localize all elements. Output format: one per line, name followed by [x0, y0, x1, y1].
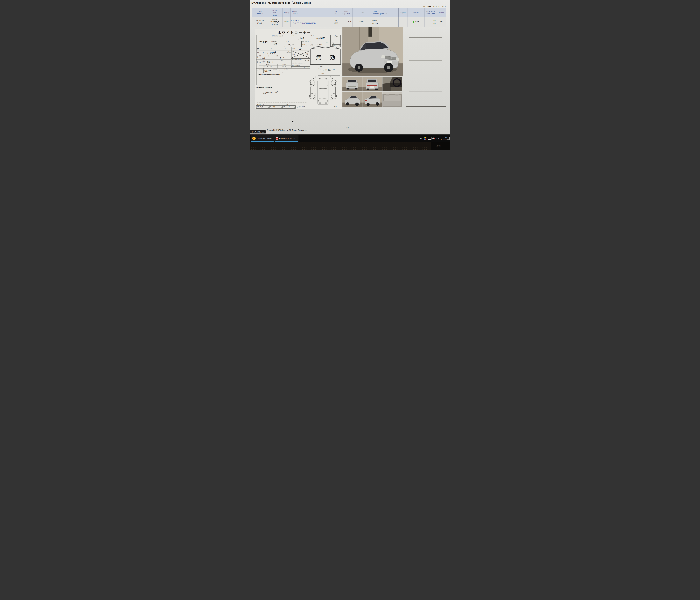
- sheet-no-box: No. 70236: [256, 35, 270, 47]
- first-reg-label: 初度登録年月: [272, 41, 277, 43]
- length-label: 長さ: [257, 106, 259, 107]
- cell-year: 2004: [283, 17, 291, 27]
- ac-box: 冷房 AC: [291, 51, 310, 58]
- keep-note: 取扱説明書と一緒に保管して下さい: [292, 63, 305, 64]
- length-value: 436: [260, 106, 263, 108]
- serial-row: シリアルNo.: [318, 72, 340, 75]
- tray-chevron-button[interactable]: [420, 135, 422, 142]
- equip-pw: PW: [333, 45, 340, 47]
- volume-muted-icon: [432, 137, 435, 140]
- color-no-value: KY0: [280, 56, 284, 59]
- tray-action-center-button[interactable]: [447, 135, 450, 142]
- col-scores: Scores: [437, 8, 446, 17]
- taskbar-app-1c[interactable]: 1С ООО Азия / Берез...: [251, 135, 274, 142]
- dims-note: ←(車検証上の寸法): [296, 106, 305, 109]
- void-stamp-box: 無 効: [310, 49, 341, 65]
- cell-prices: 156 60: [424, 17, 437, 27]
- col-import: Import: [399, 8, 408, 17]
- height-label: 高さ: [283, 106, 285, 107]
- bezel-corner: intel: [431, 142, 450, 150]
- sheet-row-history: 車歴（自家用以外は記入） 排気量 1500 型 式 UA-FB15: [271, 35, 330, 41]
- transfer-value: 月 日: [304, 67, 308, 68]
- cell-bid-site: 70236 R-Nagoya 1025th: [267, 17, 283, 27]
- active-indicator: [251, 141, 274, 142]
- result-text: Sold: [416, 21, 419, 23]
- capacity-value: 5: [279, 69, 280, 72]
- sheet-no-value: 70236: [256, 41, 270, 44]
- mileage-value: 123,909: [262, 51, 276, 55]
- col-model-grade: Model Grade: [291, 8, 332, 17]
- taskbar: 1С ООО Азия / Берез... exFullPdf70236 FB…: [250, 135, 450, 142]
- model-grade: SUPER SALOON LIMITED: [293, 22, 316, 25]
- tray-volume-button[interactable]: [432, 135, 435, 142]
- cell-odo: 124: [340, 17, 353, 27]
- import-class-value: ディーラー・並行: [259, 66, 277, 68]
- cell-result: Sold: [408, 17, 424, 27]
- history-label: 車歴（自家用以外は記入）: [272, 35, 283, 37]
- first-reg-month: 月: [284, 46, 285, 47]
- chassis-row: 車 台 No. FB15-823484: [318, 68, 340, 72]
- col-result: Result: [408, 8, 424, 17]
- recycle-row: リサイクル預託金 10930円 乗車定員 5 人 車両重量 t: [256, 68, 291, 73]
- cell-tm-cc: AT 1500: [332, 17, 340, 27]
- main-vehicle-photo: [343, 27, 403, 76]
- network-display-icon: [428, 137, 431, 140]
- inspector-label: ○検査員報告（USS使用欄）: [256, 87, 273, 89]
- first-reg-value: 16/5: [272, 43, 277, 46]
- sold-green-dot-icon: [413, 21, 415, 23]
- cell-date-schedule: Apr 22.25 [End]: [252, 17, 267, 27]
- drive-2wd: 2WD: [324, 42, 330, 43]
- page-indicator: 1/1: [346, 127, 349, 129]
- thumb-rear-view: [362, 77, 382, 91]
- width-unit: cm: [281, 107, 282, 108]
- cell-import: [399, 17, 408, 27]
- cargo-dims-row: 長さ 436 cm 幅 169 cm 高さ 142 cm ←(車検証上の寸法): [256, 105, 305, 109]
- sheet-no-label: No.: [257, 35, 258, 37]
- pdf-file-icon: [276, 137, 278, 140]
- output-date-value: 2025/04/22 16:37: [432, 5, 447, 7]
- inspector-note: 走行時音 ホイール?: [263, 91, 278, 94]
- copyright-text: Copyright © USS Co.,Ltd.All Rights Reser…: [267, 129, 307, 131]
- length-unit: cm: [268, 107, 269, 108]
- output-date: OutputDate2025/04/22 16:37: [421, 5, 447, 7]
- taskbar-app-pdf[interactable]: exFullPdf70236 FB1...: [274, 135, 299, 142]
- score-label: 評価点: [332, 35, 341, 37]
- reg-no-row: 登 録 No.: [318, 65, 340, 68]
- chevron-up-icon: [420, 138, 422, 140]
- fuel-gasoline-circled: ガソリン: [259, 61, 266, 64]
- chassis-value: FB15-823484: [323, 69, 335, 71]
- tray-network-button[interactable]: [428, 135, 431, 142]
- col-date-schedule: Date Schedule: [252, 8, 267, 17]
- width-label: 幅: [270, 106, 271, 107]
- body-door-grade-label: 型状・ドア数 グレード: [302, 41, 311, 43]
- cell-scores: ***: [437, 17, 446, 27]
- size-tooltip: 296,7 x 209,9 мм: [250, 130, 266, 134]
- shaken-month: 月: [284, 48, 285, 50]
- mileage-label: 走行: [257, 52, 259, 54]
- output-date-label: OutputDate: [422, 5, 431, 7]
- weight-unit: t: [290, 72, 291, 73]
- import-class-label: 輸入区分: [259, 64, 277, 66]
- model-name: SUNNY 4D: [291, 19, 300, 22]
- color-change-label: 色替: [268, 55, 269, 56]
- chassis-label: 車 台 No.: [319, 69, 322, 70]
- void-stamp-text: 無 効: [316, 53, 337, 61]
- 1c-app-icon: 1С: [252, 137, 256, 140]
- recycle-label: リサイクル預託金: [256, 68, 264, 73]
- cell-type-aircon: FB15 others: [371, 17, 399, 27]
- model-code-label: 型 式: [311, 35, 314, 37]
- equipment-grid: SR AW PS PW カワ TV ナビ 革: [310, 45, 340, 49]
- col-bid-site: Bid No. Site Target: [267, 8, 283, 17]
- vertical-fine-print: [341, 45, 341, 105]
- col-final-start-price: Final Price Start Price: [424, 8, 437, 17]
- displacement-value: 1500: [291, 37, 311, 41]
- shaken-label: 車検: [257, 48, 259, 50]
- tray-app-button[interactable]: [424, 135, 426, 142]
- thumb-front-quarter-view: [343, 92, 362, 107]
- reg-no-label: 登 録 No.: [319, 66, 323, 67]
- tray-language[interactable]: ENG: [436, 135, 440, 142]
- notes-panel: [406, 29, 446, 107]
- ext-color-row: 外色 元色 色替 シルバー カラーNo KY0: [256, 55, 291, 60]
- door-count-value: 4D: [302, 44, 305, 46]
- ac-left-label: 冷房: [292, 53, 295, 55]
